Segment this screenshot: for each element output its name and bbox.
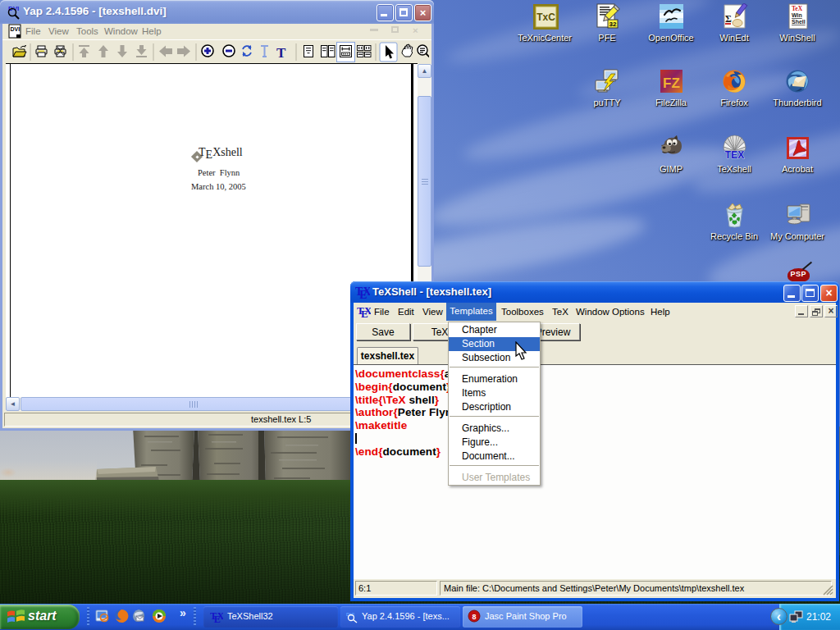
svg-text:X: X [217,610,223,622]
svg-text:T: T [276,45,286,61]
svg-text:TxC: TxC [536,11,555,23]
svg-text:TEX: TEX [724,149,743,161]
svg-text:X: X [363,285,370,298]
svg-text:X: X [364,304,371,317]
svg-text:Shell: Shell [792,19,806,25]
svg-text:DVI: DVI [11,26,21,32]
svg-text:Σ: Σ [725,13,732,25]
svg-text:8: 8 [472,613,476,621]
svg-text:TeX: TeX [792,5,803,12]
svg-text:FZ: FZ [663,75,680,91]
svg-text:32: 32 [609,21,616,28]
svg-text:Win: Win [792,12,802,18]
